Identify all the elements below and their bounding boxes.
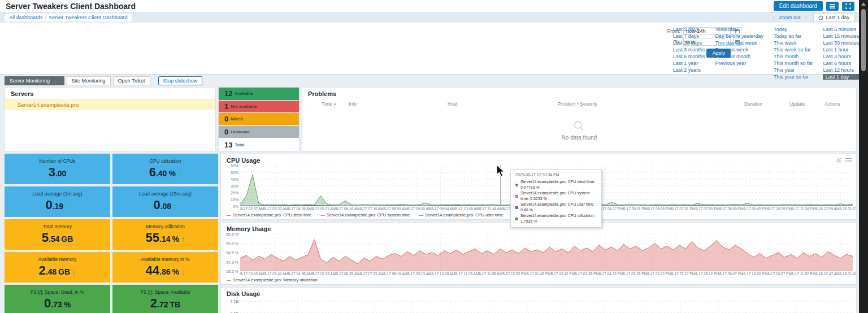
- quick-range-last-30-minutes[interactable]: Last 30 minutes: [823, 40, 859, 46]
- quick-range-last-7-days[interactable]: Last 7 days: [673, 33, 705, 39]
- tab-server-monitoring[interactable]: Server Monitoring...: [5, 76, 64, 85]
- stat-tile-load-average-1m-avg: Load average (1m avg)0.19↑: [5, 186, 110, 217]
- edit-dashboard-button[interactable]: Edit dashboard: [774, 1, 823, 11]
- memory-plot[interactable]: [240, 234, 853, 271]
- problems-column-host[interactable]: Host: [448, 101, 558, 107]
- tab-open-ticket[interactable]: Open Ticket: [113, 76, 150, 85]
- problems-column-duration[interactable]: Duration: [744, 101, 789, 107]
- quick-range-last-3-hours[interactable]: Last 3 hours: [823, 54, 859, 59]
- quick-range-last-30-days[interactable]: Last 30 days: [673, 40, 705, 46]
- problems-column-update[interactable]: Update: [789, 101, 824, 107]
- series-color-icon: [515, 195, 518, 198]
- quick-range-last-2-days[interactable]: Last 2 days: [673, 27, 705, 32]
- y-tick-label: 40%: [231, 177, 238, 181]
- scroll-up-icon[interactable]: [861, 2, 866, 6]
- tooltip-datetime: 2023-08-17 12:30:34 PM: [515, 173, 597, 177]
- quick-range-previous-year[interactable]: Previous year: [715, 60, 763, 66]
- quick-range-last-1-hour[interactable]: Last 1 hour: [823, 47, 859, 53]
- scrollbar-thumb[interactable]: [861, 9, 866, 71]
- stat-tile-value: 2.72TB: [150, 296, 180, 311]
- stat-tile-load-average-15m-avg: Load average (15m avg)0.08↑: [112, 186, 218, 217]
- tab-site-monitoring[interactable]: Site Monitoring: [67, 76, 111, 85]
- stat-tile-label: FS [/]: Space: Available: [141, 289, 190, 295]
- zoom-out-button[interactable]: Zoom out: [779, 15, 800, 20]
- gear-icon[interactable]: [836, 157, 842, 163]
- series-color-icon: [515, 206, 518, 209]
- list-icon-button[interactable]: [826, 2, 839, 11]
- quick-range-this-week[interactable]: This week: [774, 40, 813, 46]
- quick-range-column: Last 2 daysLast 7 daysLast 30 daysLast 3…: [673, 27, 705, 80]
- breadcrumb-all-dashboards[interactable]: All dashboards: [9, 15, 43, 20]
- time-shift-forward-icon[interactable]: ›: [805, 15, 806, 20]
- quick-range-this-month[interactable]: This month: [774, 54, 813, 59]
- time-range-button[interactable]: Last 1 day: [813, 13, 854, 22]
- tooltip-series-row: Server14.examplesite.pro: CPU steal time…: [515, 179, 597, 190]
- quick-range-previous-month[interactable]: Previous month: [715, 54, 763, 59]
- tab-label: Server Monitoring: [10, 78, 50, 84]
- quick-range-last-1-year[interactable]: Last 1 year: [673, 60, 705, 66]
- search-icon: [573, 120, 585, 132]
- quick-range-last-3-months[interactable]: Last 3 months: [673, 47, 705, 53]
- x-tick-label: 8-17 11:52 PM: [792, 272, 815, 276]
- disk-plot[interactable]: [240, 299, 853, 313]
- stat-tile-label: FS [/]: Space: Used, in %: [31, 289, 84, 295]
- y-tick-label: 4 TB: [230, 299, 238, 303]
- tab-menu-icon[interactable]: ...: [53, 78, 59, 84]
- quick-range-this-week-so-far[interactable]: This week so far: [774, 47, 813, 53]
- quick-range-last-1-day[interactable]: Last 1 day: [823, 74, 859, 80]
- tooltip-series-label: Server14.examplesite.pro: CPU utilizatio…: [520, 213, 597, 224]
- quick-range-last-5-minutes[interactable]: Last 5 minutes: [823, 27, 859, 32]
- problems-column-info[interactable]: Info: [349, 101, 448, 107]
- legend-color-icon: —: [227, 277, 231, 282]
- quick-range-this-year[interactable]: This year: [774, 67, 813, 73]
- quick-range-last-6-hours[interactable]: Last 6 hours: [823, 60, 859, 66]
- x-tick-label: 8-17 02:49 AM: [240, 272, 264, 276]
- kiosk-icon: [845, 3, 851, 9]
- status-count: 0: [224, 115, 228, 123]
- quick-range-today-so-far[interactable]: Today so far: [774, 33, 813, 39]
- y-tick-label: 60%: [231, 164, 238, 168]
- legend-item-server14-examplesite-pro-cpu-system-time[interactable]: —Server14.examplesite.pro: CPU system ti…: [320, 212, 410, 218]
- quick-range-column: TodayToday so farThis weekThis week so f…: [774, 27, 813, 80]
- status-not-available: 1Not available: [219, 101, 299, 113]
- x-tick-label: 8-17 08:18 AM: [384, 272, 407, 276]
- problems-column-time[interactable]: Time▼: [322, 101, 349, 107]
- quick-range-this-day-last-week[interactable]: This day last week: [715, 40, 763, 46]
- legend-item-server14-examplesite-pro-cpu-user-time[interactable]: —Server14.examplesite.pro: CPU user time: [419, 212, 503, 218]
- problems-column-actions[interactable]: Actions: [824, 101, 850, 107]
- time-shift-back-icon[interactable]: ‹: [772, 15, 774, 20]
- legend-item-server14-examplesite-pro-cpu-steal-time[interactable]: —Server14.examplesite.pro: CPU steal tim…: [227, 212, 311, 218]
- x-tick-label: 8-17 06:06 PM: [647, 207, 671, 211]
- window-scrollbar[interactable]: [859, 0, 868, 313]
- panel-menu-icon[interactable]: [845, 158, 852, 163]
- x-tick-label: 8-17 09:00 AM: [407, 207, 431, 211]
- problems-column-problem-severity[interactable]: Problem • Severity: [558, 101, 744, 107]
- clock-icon: [818, 15, 823, 20]
- quick-range-previous-week[interactable]: Previous week: [715, 47, 763, 53]
- x-tick-label: 8-17 07:01 PM: [671, 207, 696, 211]
- breadcrumb-current[interactable]: Server Tweakers Client Dashboard: [49, 15, 127, 20]
- quick-range-last-6-months[interactable]: Last 6 months: [673, 54, 705, 59]
- stop-slideshow-button[interactable]: Stop slideshow: [158, 76, 203, 85]
- problems-table-header: Time▼InfoHostProblem • SeverityDurationU…: [302, 99, 856, 109]
- legend-color-icon: —: [227, 212, 231, 218]
- quick-range-last-15-minutes[interactable]: Last 15 minutes: [823, 33, 859, 39]
- quick-range-this-year-so-far[interactable]: This year so far: [774, 74, 813, 80]
- legend-label: Server14.examplesite.pro: CPU steal time: [233, 212, 312, 218]
- kiosk-mode-button[interactable]: [842, 2, 854, 11]
- stat-tile-label: Load average (1m avg): [33, 191, 83, 197]
- quick-range-yesterday[interactable]: Yesterday: [715, 27, 763, 32]
- quick-range-day-before-yesterday[interactable]: Day before yesterday: [715, 33, 763, 39]
- quick-range-this-month-so-far[interactable]: This month so far: [774, 60, 813, 66]
- server-list-item[interactable]: Server14.examplesite.pro: [5, 99, 215, 110]
- quick-range-last-12-hours[interactable]: Last 12 hours: [823, 67, 859, 73]
- zoom-out-group: ‹ Zoom out ›: [772, 15, 806, 20]
- quick-range-today[interactable]: Today: [774, 27, 813, 32]
- sort-desc-icon: ▼: [333, 103, 337, 106]
- x-tick-label: 8-17 07:23 AM: [359, 272, 383, 276]
- status-total: 13Total: [219, 138, 299, 151]
- quick-range-last-2-years[interactable]: Last 2 years: [673, 67, 705, 73]
- stat-tile-available-memory: Available memory2.48GB↓: [5, 252, 110, 282]
- legend-item-server14-examplesite-pro-memory-utilization[interactable]: —Server14.examplesite.pro: Memory utiliz…: [227, 277, 318, 282]
- servers-panel: Servers Server14.examplesite.pro: [5, 87, 216, 151]
